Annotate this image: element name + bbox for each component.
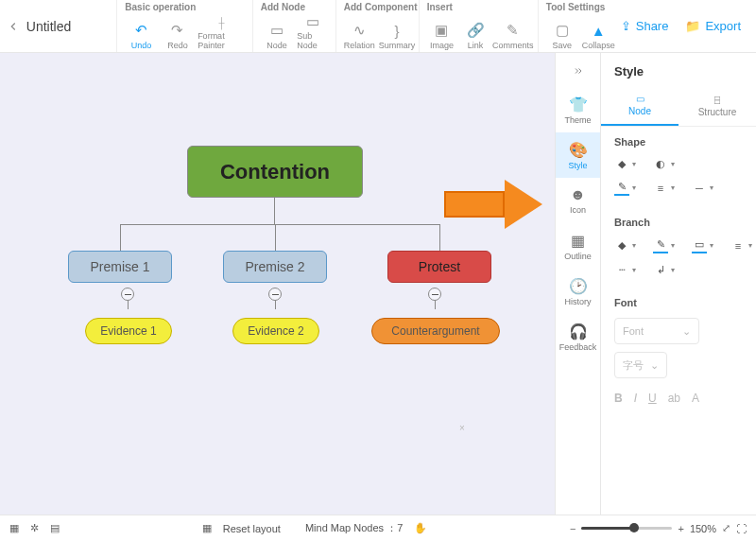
font-family-select[interactable]: Font⌄ — [614, 318, 699, 344]
summary-icon: } — [395, 21, 400, 40]
insert-link-button[interactable]: 🔗Link — [460, 14, 490, 50]
view-theme[interactable]: ✲ — [30, 522, 39, 534]
relation-button[interactable]: ∿Relation — [344, 14, 375, 50]
linestyle-icon: ─ — [692, 182, 707, 195]
palette-icon: 🎨 — [569, 141, 588, 159]
panel-title: Style — [601, 53, 756, 86]
rail-feedback[interactable]: 🎧Feedback — [556, 314, 600, 359]
connector — [120, 224, 439, 225]
style-panel: Style ▭Node ⌸Structure Shape ◆▾ ◐▾ ✎▾ ≡▾… — [600, 53, 756, 515]
undo-icon: ↶ — [135, 21, 147, 40]
node-evidence-1[interactable]: Evidence 1 — [85, 318, 172, 344]
fit-button[interactable]: ⤢ — [722, 522, 730, 534]
pan-hand-icon[interactable]: ✋ — [414, 522, 427, 534]
insert-image-button[interactable]: ▣Image — [427, 14, 457, 50]
branch-rect[interactable]: ▭▾ — [692, 237, 713, 253]
pen-icon: ✎ — [653, 237, 668, 251]
shape-fill[interactable]: ◆▾ — [614, 157, 636, 170]
share-button[interactable]: ⇪Share — [621, 19, 669, 33]
branch-routing[interactable]: ↲▾ — [653, 263, 675, 276]
format-painter-button[interactable]: ⟊Format Painter — [198, 14, 247, 50]
font-size-select[interactable]: 字号⌄ — [614, 352, 667, 378]
strike-button[interactable]: ab — [668, 392, 680, 405]
rail-outline[interactable]: ▦Outline — [556, 223, 600, 269]
shape-style[interactable]: ◐▾ — [653, 157, 675, 170]
add-subnode-button[interactable]: ▭Sub Node — [297, 14, 329, 50]
underline-button[interactable]: U — [648, 392, 657, 405]
connector — [120, 224, 121, 251]
rail-theme[interactable]: 👕Theme — [556, 87, 600, 132]
group-add-node: Add Node ▭Node ▭Sub Node — [252, 0, 335, 52]
font-color-button[interactable]: A — [692, 392, 699, 405]
shape-border-style[interactable]: ─▾ — [692, 180, 713, 196]
tab-node[interactable]: ▭Node — [601, 86, 679, 126]
share-icon: ⇪ — [621, 19, 631, 33]
zoom-slider[interactable] — [581, 527, 672, 530]
insert-comments-button[interactable]: ✎Comments — [494, 14, 532, 50]
add-node-button[interactable]: ▭Node — [261, 14, 293, 50]
shape-border-color[interactable]: ✎▾ — [614, 180, 636, 196]
canvas[interactable]: Contention Premise 1 Premise 2 Protest E… — [0, 53, 555, 515]
group-tool-settings: Tool Settings ▢Save ▲Collapse — [538, 0, 621, 52]
rect-icon: ▭ — [692, 237, 707, 251]
headset-icon: 🎧 — [569, 323, 588, 340]
smiley-icon: ☻ — [570, 186, 586, 203]
export-button[interactable]: 📁Export — [685, 19, 741, 33]
reset-layout-button[interactable]: Reset layout — [223, 523, 281, 534]
comments-icon: ✎ — [507, 21, 519, 40]
back-button[interactable] — [0, 0, 26, 52]
collapse-toggle[interactable] — [268, 288, 282, 301]
chevron-down-icon: ⌄ — [682, 325, 691, 338]
node-premise-1[interactable]: Premise 1 — [68, 251, 172, 283]
view-presentation[interactable]: ▦ — [9, 522, 19, 534]
rail-style[interactable]: 🎨Style — [556, 132, 600, 178]
branch-color[interactable]: ✎▾ — [653, 237, 675, 253]
zoom-in-button[interactable]: + — [678, 523, 683, 534]
section-branch: Branch — [614, 217, 743, 228]
rail-icon[interactable]: ☻Icon — [556, 178, 600, 223]
italic-button[interactable]: I — [634, 392, 637, 405]
undo-button[interactable]: ↶Undo — [125, 14, 157, 50]
bold-button[interactable]: B — [614, 392, 623, 405]
save-button[interactable]: ▢Save — [546, 14, 578, 50]
right-rail: 👕Theme 🎨Style ☻Icon ▦Outline 🕑History 🎧F… — [555, 53, 600, 515]
node-tab-icon: ▭ — [636, 94, 644, 104]
collapse-toggle[interactable] — [121, 288, 134, 301]
zoom-controls: − + 150% ⤢ ⛶ — [570, 522, 747, 534]
center-marker: × — [459, 423, 465, 433]
document-title[interactable]: Untitled — [26, 0, 117, 52]
branch-fill[interactable]: ◆▾ — [614, 237, 636, 253]
collapse-icon: ▲ — [592, 21, 606, 40]
tab-structure[interactable]: ⌸Structure — [679, 86, 756, 126]
node-evidence-2[interactable]: Evidence 2 — [232, 318, 319, 344]
chevron-down-icon: ⌄ — [650, 359, 659, 372]
shape-border-width[interactable]: ≡▾ — [653, 180, 675, 196]
panel-collapse-button[interactable] — [556, 61, 600, 81]
connector — [275, 224, 276, 251]
dash-icon: ┄ — [614, 263, 629, 276]
group-label: Basic operation — [125, 2, 247, 12]
redo-button[interactable]: ↷Redo — [162, 14, 194, 50]
summary-button[interactable]: }Summary — [379, 14, 416, 50]
shirt-icon: 👕 — [569, 96, 588, 113]
collapse-toggle[interactable] — [428, 288, 441, 301]
node-premise-2[interactable]: Premise 2 — [223, 251, 327, 283]
grid-icon: ▦ — [571, 232, 585, 250]
collapse-button[interactable]: ▲Collapse — [582, 14, 615, 50]
top-right-actions: ⇪Share 📁Export — [621, 0, 756, 52]
connector — [439, 224, 440, 251]
branch-dash[interactable]: ┄▾ — [614, 263, 636, 276]
branch-weight[interactable]: ≡▾ — [730, 237, 752, 253]
structure-tab-icon: ⌸ — [714, 95, 720, 105]
rail-history[interactable]: 🕑History — [556, 269, 600, 314]
pen-icon: ✎ — [614, 180, 629, 193]
callout-arrow — [444, 182, 544, 227]
zoom-out-button[interactable]: − — [570, 523, 576, 534]
node-root[interactable]: Contention — [187, 146, 363, 198]
group-label: Tool Settings — [546, 2, 615, 12]
node-counterargument[interactable]: Counterargument — [371, 318, 500, 344]
node-protest[interactable]: Protest — [387, 251, 491, 283]
section-font: Font — [614, 297, 743, 308]
fullscreen-button[interactable]: ⛶ — [736, 523, 747, 534]
view-outline[interactable]: ▤ — [50, 522, 60, 534]
